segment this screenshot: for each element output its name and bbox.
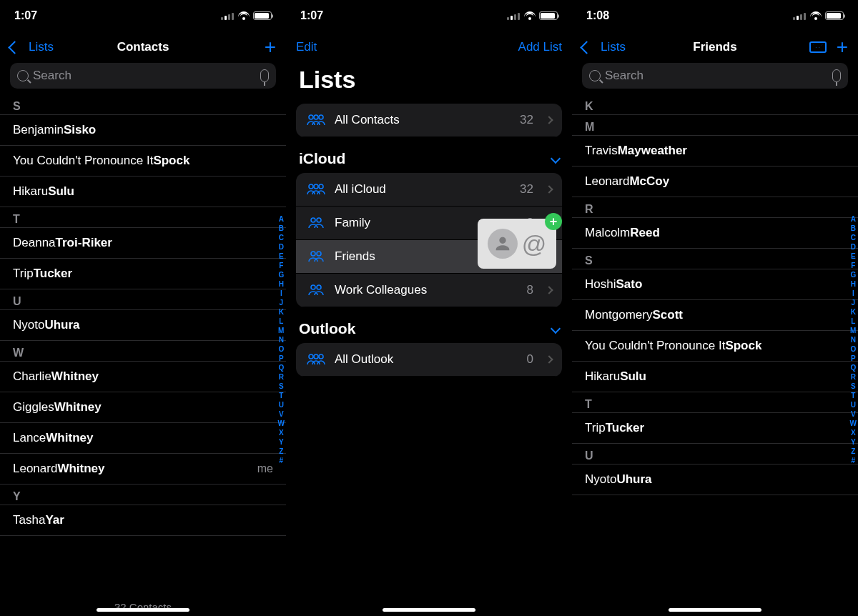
home-indicator[interactable] (669, 608, 761, 612)
index-letter[interactable]: V (278, 409, 285, 419)
mail-icon[interactable] (809, 41, 827, 53)
index-letter[interactable]: O (278, 344, 285, 354)
contact-row[interactable]: Deanna Troi-Riker (0, 228, 286, 259)
home-indicator[interactable] (97, 608, 189, 612)
back-button[interactable]: Lists (582, 40, 626, 54)
back-button[interactable]: Lists (10, 40, 54, 54)
index-letter[interactable]: H (850, 279, 857, 289)
index-letter[interactable]: Y (850, 437, 857, 447)
index-letter[interactable]: V (850, 409, 857, 419)
index-letter[interactable]: D (278, 242, 285, 252)
index-letter[interactable]: N (850, 335, 857, 344)
index-rail[interactable]: ABCDEFGHIJKLMNOPQRSTUVWXYZ# (850, 214, 857, 465)
edit-button[interactable]: Edit (296, 40, 317, 54)
index-letter[interactable]: Z (278, 447, 285, 456)
contact-row[interactable]: Montgomery Scott (572, 300, 858, 331)
index-letter[interactable]: Q (850, 363, 857, 372)
index-letter[interactable]: R (278, 372, 285, 382)
add-contact-button[interactable]: + (837, 37, 848, 57)
index-letter[interactable]: M (278, 326, 285, 335)
index-letter[interactable]: Z (850, 447, 857, 456)
index-letter[interactable]: A (850, 214, 857, 224)
mic-icon[interactable] (260, 69, 269, 82)
index-letter[interactable]: L (850, 317, 857, 326)
index-letter[interactable]: D (850, 242, 857, 252)
index-letter[interactable]: J (850, 298, 857, 307)
index-letter[interactable]: O (850, 344, 857, 354)
index-letter[interactable]: F (850, 261, 857, 270)
contact-row[interactable]: Hoshi Sato (572, 269, 858, 300)
index-letter[interactable]: P (850, 354, 857, 363)
contact-row[interactable]: Hikaru Sulu (572, 362, 858, 392)
index-letter[interactable]: P (278, 354, 285, 363)
contact-row[interactable]: Travis Mayweather (572, 136, 858, 167)
contact-row[interactable]: Lance Whitney (0, 423, 286, 454)
index-letter[interactable]: E (278, 252, 285, 261)
contact-row[interactable]: Nyoto Uhura (572, 465, 858, 495)
index-letter[interactable]: # (278, 456, 285, 465)
contact-row[interactable]: Trip Tucker (0, 259, 286, 289)
contact-row[interactable]: Leonard McCoy (572, 167, 858, 197)
index-letter[interactable]: I (850, 289, 857, 298)
index-letter[interactable]: F (278, 261, 285, 270)
add-contact-button[interactable]: + (265, 37, 276, 57)
search-field[interactable]: Search (10, 63, 276, 89)
index-letter[interactable]: X (278, 428, 285, 437)
contact-row[interactable]: Benjamin Sisko (0, 115, 286, 146)
contact-row[interactable]: Nyoto Uhura (0, 310, 286, 341)
index-letter[interactable]: Q (278, 363, 285, 372)
index-letter[interactable]: R (850, 372, 857, 382)
contact-row[interactable]: Trip Tucker (572, 413, 858, 444)
index-letter[interactable]: W (278, 419, 285, 428)
account-header[interactable]: iCloud (286, 150, 572, 173)
index-letter[interactable]: L (278, 317, 285, 326)
index-letter[interactable]: N (278, 335, 285, 344)
list-row[interactable]: Work Colleagues8 (296, 274, 562, 307)
index-letter[interactable]: S (278, 382, 285, 391)
contact-row[interactable]: Giggles Whitney (0, 392, 286, 423)
index-letter[interactable]: G (850, 270, 857, 279)
index-letter[interactable]: X (850, 428, 857, 437)
index-letter[interactable]: M (850, 326, 857, 335)
svg-point-9 (317, 252, 321, 256)
index-letter[interactable]: W (850, 419, 857, 428)
contact-row[interactable]: Malcolm Reed (572, 218, 858, 249)
index-letter[interactable]: S (850, 382, 857, 391)
index-letter[interactable]: C (850, 233, 857, 242)
contact-row[interactable]: Hikaru Sulu (0, 177, 286, 207)
index-letter[interactable]: C (278, 233, 285, 242)
list-row[interactable]: All Outlook0 (296, 343, 562, 377)
contact-row[interactable]: Leonard Whitneyme (0, 454, 286, 485)
index-letter[interactable]: K (278, 307, 285, 317)
contacts-list[interactable]: SBenjamin SiskoYou Couldn't Pronounce It… (0, 94, 286, 536)
contact-row[interactable]: You Couldn't Pronounce It Spock (0, 146, 286, 177)
contact-row[interactable]: Tasha Yar (0, 505, 286, 536)
list-row[interactable]: All iCloud32 (296, 173, 562, 207)
search-field[interactable]: Search (582, 63, 848, 89)
index-letter[interactable]: G (278, 270, 285, 279)
contacts-list[interactable]: KMTravis MayweatherLeonard McCoyRMalcolm… (572, 94, 858, 495)
drag-contact-card[interactable]: + @ (478, 219, 556, 269)
contact-row[interactable]: You Couldn't Pronounce It Spock (572, 331, 858, 362)
index-letter[interactable]: H (278, 279, 285, 289)
contact-row[interactable]: Charlie Whitney (0, 362, 286, 392)
index-letter[interactable]: K (850, 307, 857, 317)
index-letter[interactable]: A (278, 214, 285, 224)
account-header[interactable]: Outlook (286, 320, 572, 343)
index-letter[interactable]: U (278, 400, 285, 409)
index-letter[interactable]: Y (278, 437, 285, 447)
index-letter[interactable]: # (850, 456, 857, 465)
index-letter[interactable]: J (278, 298, 285, 307)
index-letter[interactable]: T (850, 391, 857, 400)
index-letter[interactable]: U (850, 400, 857, 409)
index-letter[interactable]: T (278, 391, 285, 400)
index-rail[interactable]: ABCDEFGHIJKLMNOPQRSTUVWXYZ# (278, 214, 285, 465)
home-indicator[interactable] (383, 608, 475, 612)
add-list-button[interactable]: Add List (518, 40, 562, 54)
index-letter[interactable]: B (278, 224, 285, 233)
index-letter[interactable]: B (850, 224, 857, 233)
all-contacts-row[interactable]: All Contacts 32 (296, 104, 562, 137)
index-letter[interactable]: E (850, 252, 857, 261)
mic-icon[interactable] (832, 69, 841, 82)
index-letter[interactable]: I (278, 289, 285, 298)
